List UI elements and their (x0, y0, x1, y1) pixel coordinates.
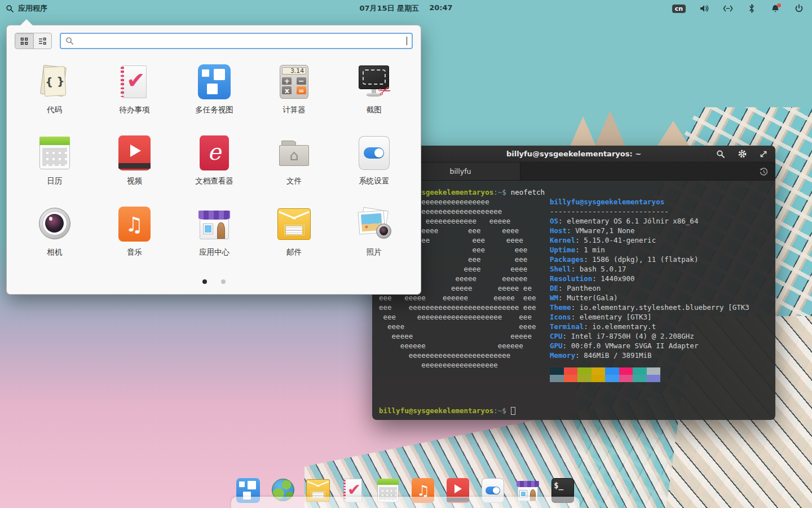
terminal-tab-label: billyfu (449, 167, 471, 176)
wallpaper-roof (593, 111, 627, 150)
page-dot-2[interactable] (221, 279, 226, 284)
neofetch-field: Memory: 846MiB / 3891MiB (550, 351, 749, 360)
palette-chip (564, 367, 578, 375)
neofetch-field: DE: Pantheon (550, 283, 749, 293)
neofetch-field: WM: Mutter(Gala) (550, 293, 749, 303)
mail-app-icon (276, 206, 312, 242)
search-icon (65, 37, 74, 45)
neofetch-field: GPU: 00:0f.0 VMware SVGA II Adapter (550, 341, 749, 351)
palette-chip (577, 367, 592, 375)
list-view-button[interactable] (33, 33, 51, 49)
tasks-app-icon: ✔ (116, 64, 152, 100)
app-label: 应用中心 (199, 247, 230, 257)
palette-chip (592, 375, 606, 382)
palette-chip (647, 367, 661, 375)
terminal-content[interactable]: billyfu@sysgeekelementaryos:~$neofetch e… (372, 181, 775, 420)
app-tile-photos[interactable]: ✶ 照片 (334, 204, 414, 257)
files-app-icon: ⌂ (276, 135, 312, 171)
app-tile-screenshot[interactable]: ✂ 截图 (334, 62, 414, 115)
app-search-input[interactable] (77, 37, 405, 45)
notifications-bell-icon[interactable] (770, 3, 780, 14)
multitasking-app-icon (196, 64, 232, 100)
keyboard-layout-indicator[interactable]: cn (672, 5, 686, 13)
text-caret (407, 37, 407, 45)
palette-chip (605, 375, 619, 382)
app-tile-tasks[interactable]: ✔ 待办事项 (95, 62, 175, 115)
app-tile-camera[interactable]: 相机 (15, 204, 95, 257)
terminal-cursor (511, 407, 515, 415)
neofetch-field: Uptime: 1 min (550, 245, 749, 255)
terminal-window[interactable]: billyfu@sysgeekelementaryos: ~ billyfu b… (372, 146, 775, 420)
camera-app-icon (37, 206, 73, 242)
palette-chip (605, 367, 619, 375)
neofetch-field: Theme: io.elementary.stylesheet.blueberr… (550, 303, 749, 312)
top-panel: 应用程序 07月15日 星期五 20:47 cn (0, 0, 812, 17)
app-tile-appcenter[interactable]: 应用中心 (174, 204, 254, 257)
terminal-maximize-icon[interactable] (758, 149, 769, 159)
photos-app-icon: ✶ (356, 206, 392, 242)
palette-chip (564, 375, 578, 382)
app-tile-videos[interactable]: 视频 (95, 133, 175, 186)
videos-app-icon (116, 135, 152, 171)
app-tile-files[interactable]: ⌂ 文件 (254, 133, 334, 186)
applications-launcher-popup: { } 代码 ✔ 待办事项 多任务视图 3.14+−x= 计算器 ✂ 截图 日历… (6, 25, 421, 295)
palette-chip (647, 375, 661, 382)
terminal-headerbar[interactable]: billyfu@sysgeekelementaryos: ~ (372, 146, 775, 163)
app-tile-mail[interactable]: 邮件 (254, 204, 334, 257)
terminal-search-icon[interactable] (716, 149, 726, 159)
list-view-icon (38, 37, 47, 45)
panel-time: 20:47 (429, 3, 452, 14)
network-icon[interactable] (723, 3, 733, 14)
palette-chip (619, 367, 633, 375)
terminal-tabbar: billyfu (372, 163, 775, 181)
app-label: 照片 (367, 247, 382, 257)
screenshot-app-icon: ✂ (356, 64, 392, 100)
panel-tray: cn (672, 3, 804, 14)
palette-chip (550, 367, 564, 375)
app-tile-music[interactable]: ♫ 音乐 (95, 204, 175, 257)
neofetch-field: Resolution: 812x508 (550, 274, 749, 283)
applications-menu-button[interactable]: 应用程序 (6, 3, 47, 14)
grid-view-icon (20, 37, 28, 45)
app-tile-docviewer[interactable]: e 文档查看器 (174, 133, 254, 186)
app-tile-multitasking[interactable]: 多任务视图 (174, 62, 254, 115)
applications-menu-label: 应用程序 (18, 3, 47, 14)
dock-background (231, 497, 580, 508)
terminal-history-icon[interactable] (757, 165, 770, 178)
app-label: 音乐 (127, 247, 142, 257)
neofetch-title: billyfu@sysgeekelementaryos (550, 197, 749, 207)
appcenter-app-icon (196, 206, 232, 242)
code-app-icon: { } (37, 64, 73, 100)
app-label: 多任务视图 (195, 105, 233, 115)
bluetooth-icon[interactable] (747, 3, 757, 14)
volume-icon[interactable] (699, 3, 709, 14)
app-search-field[interactable] (60, 33, 413, 49)
terminal-prompt-line-current: billyfu@sysgeekelementaryos:~$ (379, 406, 515, 415)
neofetch-field: Kernel: 5.15.0-41-generic (550, 235, 749, 245)
neofetch-separator: ---------------------------- (550, 207, 749, 216)
palette-chip (619, 375, 633, 382)
neofetch-field: Packages: 1586 (dpkg), 11 (flatpak) (550, 255, 749, 264)
terminal-settings-gear-icon[interactable] (737, 149, 747, 159)
neofetch-field: Shell: bash 5.0.17 (550, 264, 749, 274)
app-label: 系统设置 (359, 176, 389, 186)
app-label: 文档查看器 (195, 176, 233, 186)
app-tile-code[interactable]: { } 代码 (15, 62, 95, 115)
app-tile-calculator[interactable]: 3.14+−x= 计算器 (254, 62, 334, 115)
page-dot-1[interactable] (202, 279, 207, 284)
app-tile-settings[interactable]: 系统设置 (334, 133, 414, 186)
app-grid: { } 代码 ✔ 待办事项 多任务视图 3.14+−x= 计算器 ✂ 截图 日历… (15, 62, 414, 257)
palette-chip (550, 375, 564, 382)
notification-dot (777, 3, 781, 7)
app-tile-calendar[interactable]: 日历 (15, 133, 95, 186)
power-icon[interactable] (794, 3, 804, 14)
app-label: 待办事项 (119, 105, 149, 115)
calendar-app-icon (37, 135, 73, 171)
neofetch-info: billyfu@sysgeekelementaryos ------------… (550, 197, 749, 360)
search-icon (6, 5, 14, 13)
neofetch-color-palette (550, 367, 660, 382)
grid-view-button[interactable] (15, 33, 33, 49)
neofetch-field: Host: VMware7,1 None (550, 226, 749, 235)
app-label: 代码 (47, 105, 62, 115)
app-label: 截图 (367, 105, 382, 115)
